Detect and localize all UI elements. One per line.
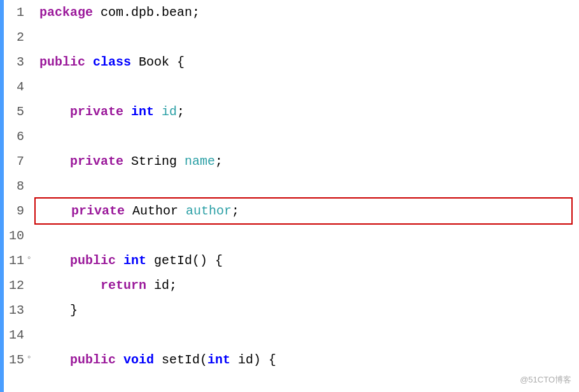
code-line: 14 xyxy=(4,323,579,347)
token: int xyxy=(207,353,230,367)
line-content: private int id; xyxy=(34,99,579,124)
token: getId() { xyxy=(154,253,223,268)
line-number: 4 xyxy=(4,74,34,99)
token: private xyxy=(71,204,125,218)
token: public xyxy=(70,253,116,268)
token xyxy=(116,353,123,367)
token: setId( xyxy=(154,353,207,367)
token: public xyxy=(39,55,85,69)
line-number: 3 xyxy=(4,50,34,74)
line-content: } xyxy=(34,298,579,323)
line-number: 6 xyxy=(4,124,34,149)
token: id xyxy=(162,104,177,119)
token: String xyxy=(123,154,185,169)
token xyxy=(154,104,162,119)
token: } xyxy=(39,303,78,318)
code-line: 5 private int id; xyxy=(4,99,579,124)
token: private xyxy=(70,154,123,169)
token xyxy=(123,104,131,119)
token xyxy=(85,55,93,69)
code-line: 13 } xyxy=(4,298,579,323)
code-editor: 1package com.dpb.bean;23public class Boo… xyxy=(0,0,579,392)
code-line: 4 xyxy=(4,74,579,99)
code-line: 12 return id; xyxy=(4,273,579,298)
code-area: 1package com.dpb.bean;23public class Boo… xyxy=(4,0,579,392)
line-number: 5 xyxy=(4,99,34,124)
token: Author xyxy=(125,204,186,218)
watermark: @51CTO博客 xyxy=(520,374,571,386)
token xyxy=(39,154,70,169)
line-number: 14 xyxy=(4,323,34,347)
token: public xyxy=(70,353,116,367)
code-line: 7 private String name; xyxy=(4,149,579,174)
line-content: return id; xyxy=(34,273,579,298)
token: int xyxy=(131,104,154,119)
line-number: 11 xyxy=(4,248,34,273)
line-number: 7 xyxy=(4,149,34,174)
code-line: 2 xyxy=(4,25,579,50)
token: void xyxy=(123,353,154,367)
line-number: 13 xyxy=(4,298,34,323)
token xyxy=(146,253,154,268)
token: package xyxy=(39,5,93,20)
token xyxy=(116,253,123,268)
line-number: 2 xyxy=(4,25,34,50)
token: private xyxy=(70,104,123,119)
line-content: public int getId() { xyxy=(34,248,579,273)
code-line: 15 public void setId(int id) { xyxy=(4,347,579,372)
line-number: 10 xyxy=(4,223,34,248)
line-content: private Author author; xyxy=(34,197,573,225)
line-number: 8 xyxy=(4,174,34,199)
token: com.dpb.bean; xyxy=(93,5,200,20)
token: name xyxy=(185,154,215,169)
token: id xyxy=(154,278,169,293)
token: class xyxy=(93,55,131,69)
code-line: 8 xyxy=(4,174,579,199)
token: author xyxy=(186,204,232,218)
token: return xyxy=(101,278,146,293)
line-number: 15 xyxy=(4,347,34,372)
token: ; xyxy=(169,278,177,293)
token: id) { xyxy=(230,353,276,367)
code-line: 6 xyxy=(4,124,579,149)
token xyxy=(41,204,71,218)
line-number: 1 xyxy=(4,0,34,25)
line-number: 9 xyxy=(4,199,34,223)
token: int xyxy=(123,253,146,268)
token xyxy=(146,278,154,293)
token xyxy=(39,253,70,268)
code-line: 9 private Author author; xyxy=(4,199,579,223)
code-line: 10 xyxy=(4,223,579,248)
code-line: 3public class Book { xyxy=(4,50,579,74)
token: ; xyxy=(232,204,239,218)
token: Book { xyxy=(131,55,185,69)
token xyxy=(39,353,70,367)
token: ; xyxy=(215,154,223,169)
line-content: package com.dpb.bean; xyxy=(34,0,579,25)
token xyxy=(39,278,101,293)
line-content: private String name; xyxy=(34,149,579,174)
line-content: public class Book { xyxy=(34,50,579,74)
line-content: public void setId(int id) { xyxy=(34,347,579,372)
token xyxy=(39,104,70,119)
code-line: 1package com.dpb.bean; xyxy=(4,0,579,25)
token: ; xyxy=(177,104,185,119)
line-number: 12 xyxy=(4,273,34,298)
code-line: 11 public int getId() { xyxy=(4,248,579,273)
